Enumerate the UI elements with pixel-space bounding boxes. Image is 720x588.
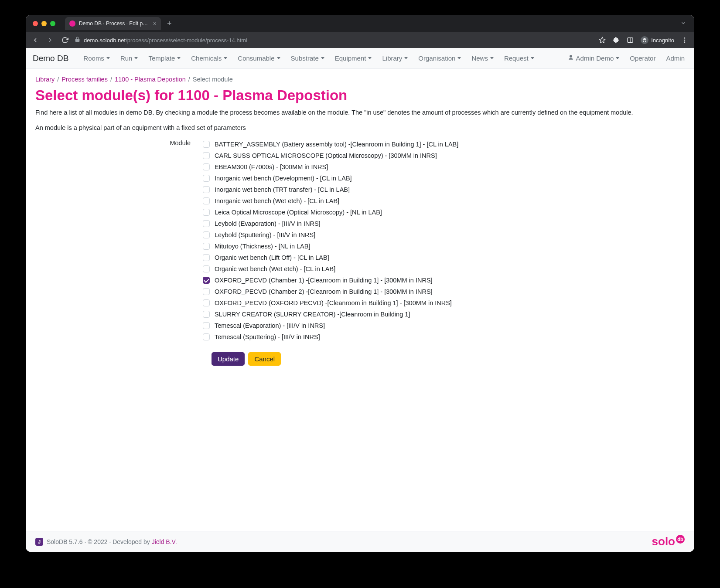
module-item[interactable]: Leybold (Evaporation) - [III/V in INRS] [201,218,685,229]
module-checkbox[interactable] [203,277,210,284]
module-checkbox[interactable] [203,311,210,318]
tab-title: Demo DB · Process · Edit proce [79,20,150,27]
incognito-badge[interactable]: Incognito [641,36,674,44]
module-checkbox[interactable] [203,231,210,238]
module-checkbox[interactable] [203,220,210,227]
maximize-window-button[interactable] [50,21,55,26]
nav-item-chemicals[interactable]: Chemicals [187,51,232,65]
update-button[interactable]: Update [212,352,245,366]
module-checkbox[interactable] [203,299,210,306]
module-item[interactable]: OXFORD_PECVD (OXFORD PECVD) -[Cleanroom … [201,297,685,309]
module-label-text: Leica Optical Microscope (Optical Micros… [215,209,382,216]
svg-marker-0 [600,37,605,43]
module-label-text: Organic wet bench (Lift Off) - [CL in LA… [215,254,329,261]
breadcrumb-link[interactable]: 1100 - Plasma Depostion [115,76,186,83]
close-tab-icon[interactable]: × [153,20,157,27]
extensions-icon[interactable] [613,37,620,44]
solo-badge-icon: db [676,535,685,544]
brand[interactable]: Demo DB [33,54,68,63]
module-item[interactable]: SLURRY CREATOR (SLURRY CREATOR) -[Cleanr… [201,309,685,320]
nav-item-label: Request [504,54,529,62]
svg-point-3 [684,37,686,39]
nav-admin-link[interactable]: Admin [663,53,687,64]
bookmark-icon[interactable] [599,37,606,44]
module-item[interactable]: Temescal (Evaporation) - [III/V in INRS] [201,320,685,331]
panel-icon[interactable] [627,37,634,44]
reload-button[interactable] [61,37,68,44]
breadcrumb-link[interactable]: Library [35,76,55,83]
module-label-text: Inorganic wet bench (TRT transfer) - [CL… [215,186,350,193]
new-tab-button[interactable]: + [167,19,172,28]
footer-logo-icon: J [35,538,43,546]
module-item[interactable]: OXFORD_PECVD (Chamber 1) -[Cleanroom in … [201,275,685,286]
module-label-text: Leybold (Sputtering) - [III/V in INRS] [215,231,315,238]
tab-overflow-icon[interactable] [680,20,686,27]
module-checkbox[interactable] [203,209,210,216]
nav-item-news[interactable]: News [467,51,498,65]
nav-item-rooms[interactable]: Rooms [79,51,114,65]
module-checkbox[interactable] [203,141,210,148]
module-item[interactable]: CARL SUSS OPTICAL MICROSCOPE (Optical Mi… [201,150,685,161]
nav-item-label: Library [382,54,402,62]
page-description-2: An module is a physical part of an equip… [35,123,685,133]
breadcrumb-separator: / [108,76,115,83]
minimize-window-button[interactable] [41,21,47,26]
module-checkbox[interactable] [203,175,210,182]
breadcrumb-link[interactable]: Process families [61,76,108,83]
nav-operator-link[interactable]: Operator [627,53,658,64]
chevron-down-icon [490,57,494,59]
module-checkbox[interactable] [203,197,210,204]
module-checkbox[interactable] [203,254,210,261]
module-label-text: SLURRY CREATOR (SLURRY CREATOR) -[Cleanr… [215,311,410,318]
cancel-button[interactable]: Cancel [248,352,281,366]
nav-item-substrate[interactable]: Substrate [287,51,329,65]
nav-item-label: Equipment [335,54,366,62]
module-checkbox[interactable] [203,243,210,250]
forward-button[interactable] [47,37,54,44]
module-item[interactable]: Leica Optical Microscope (Optical Micros… [201,207,685,218]
browser-tab[interactable]: Demo DB · Process · Edit proce × [65,17,161,30]
module-item[interactable]: Organic wet bench (Wet etch) - [CL in LA… [201,263,685,275]
nav-item-organisation[interactable]: Organisation [414,51,465,65]
module-checkbox[interactable] [203,163,210,170]
chevron-down-icon [368,57,372,59]
module-item[interactable]: Leybold (Sputtering) - [III/V in INRS] [201,229,685,241]
nav-item-request[interactable]: Request [500,51,539,65]
module-checkbox[interactable] [203,333,210,340]
module-item[interactable]: Inorganic wet bench (TRT transfer) - [CL… [201,184,685,195]
more-menu-icon[interactable] [681,37,688,44]
module-item[interactable]: Inorganic wet bench (Wet etch) - [CL in … [201,195,685,207]
nav-item-run[interactable]: Run [116,51,143,65]
url-box[interactable]: demo.solodb.net/process/process/select-m… [75,37,593,44]
module-item[interactable]: BATTERY_ASSEMBLY (Battery assembly tool)… [201,139,685,150]
browser-window: Demo DB · Process · Edit proce × + demo. [26,15,694,552]
module-item[interactable]: Temescal (Sputtering) - [III/V in INRS] [201,331,685,343]
breadcrumb: Library/Process families/1100 - Plasma D… [35,73,685,85]
module-item[interactable]: Organic wet bench (Lift Off) - [CL in LA… [201,252,685,263]
footer-left: J SoloDB 5.7.6 · © 2022 · Developed by J… [35,538,177,546]
module-item[interactable]: EBEAM300 (F7000s) - [300MM in INRS] [201,161,685,173]
nav-item-equipment[interactable]: Equipment [331,51,376,65]
module-item[interactable]: OXFORD_PECVD (Chamber 2) -[Cleanroom in … [201,286,685,297]
module-checklist: BATTERY_ASSEMBLY (Battery assembly tool)… [201,139,685,343]
module-checkbox[interactable] [203,288,210,295]
close-window-button[interactable] [33,21,38,26]
module-checkbox[interactable] [203,322,210,329]
module-item[interactable]: Inorganic wet bench (Development) - [CL … [201,173,685,184]
module-checkbox[interactable] [203,186,210,193]
chevron-down-icon [177,57,181,59]
module-checkbox[interactable] [203,265,210,272]
nav-item-consumable[interactable]: Consumable [233,51,284,65]
developer-link[interactable]: Jield B.V. [152,538,177,545]
module-item[interactable]: Mitutoyo (Thickness) - [NL in LAB] [201,241,685,252]
user-menu[interactable]: Admin Demo [565,53,622,64]
back-button[interactable] [32,37,39,44]
user-label: Admin Demo [576,54,614,62]
nav-item-template[interactable]: Template [144,51,185,65]
nav-item-library[interactable]: Library [378,51,412,65]
page-description-1: Find here a list of all modules in demo … [35,108,685,117]
form-actions: Update Cancel [212,352,685,366]
module-label-text: Organic wet bench (Wet etch) - [CL in LA… [215,265,335,272]
module-checkbox[interactable] [203,152,210,159]
module-label-text: EBEAM300 (F7000s) - [300MM in INRS] [215,163,328,170]
